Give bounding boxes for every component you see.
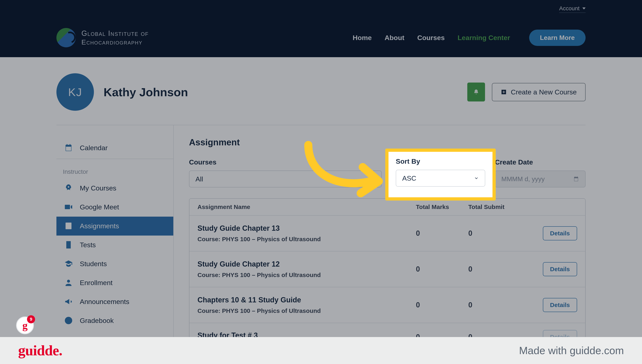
createdate-input[interactable]: MMMM d, yyyy: [495, 170, 585, 188]
account-label: Account: [559, 5, 579, 12]
sidebar-item-gradebook[interactable]: Gradebook: [57, 311, 173, 330]
navbar: Global Institute of Echocardiography Hom…: [0, 18, 642, 57]
nav-about[interactable]: About: [385, 34, 404, 42]
brand-logo-icon: [57, 28, 76, 47]
details-button[interactable]: Details: [543, 262, 577, 276]
sidebar-item-assignments[interactable]: Assignments: [57, 217, 173, 236]
nav-links: Home About Courses Learning Center Learn…: [353, 30, 585, 46]
sidebar-item-tests[interactable]: Tests: [57, 236, 173, 254]
chevron-down-icon: [582, 8, 585, 10]
guidde-badge[interactable]: g 9: [16, 316, 34, 334]
brand-text: Global Institute of Echocardiography: [81, 29, 149, 46]
account-menu[interactable]: Account: [559, 5, 585, 13]
nav-courses[interactable]: Courses: [417, 34, 445, 42]
nav-home[interactable]: Home: [353, 34, 372, 42]
footer: guidde. Made with guidde.com: [0, 337, 642, 364]
details-button[interactable]: Details: [543, 226, 577, 240]
guidde-logo: guidde.: [18, 342, 62, 359]
page-title: Kathy Johnson: [104, 85, 188, 99]
calendar-icon: [573, 176, 579, 182]
megaphone-icon: [64, 297, 73, 306]
sidebar: Calendar Instructor My Courses Google Me…: [57, 125, 174, 344]
assignments-table: Assignment Name Total Marks Total Submit…: [189, 198, 585, 344]
create-course-label: Create a New Course: [511, 88, 577, 96]
made-with-guidde: Made with guidde.com: [519, 344, 624, 356]
annotation-arrow-icon: [296, 141, 389, 201]
createdate-label: Create Date: [495, 158, 585, 166]
sidebar-item-students[interactable]: Students: [57, 254, 173, 274]
gradebook-icon: [64, 316, 73, 325]
sidebar-item-my-courses[interactable]: My Courses: [57, 179, 173, 198]
person-icon: [64, 278, 73, 287]
sidebar-section-instructor: Instructor: [57, 163, 173, 179]
assignment-icon: [64, 222, 73, 230]
video-icon: [64, 202, 73, 212]
bell-icon: [473, 89, 479, 95]
nav-learning-center[interactable]: Learning Center: [458, 34, 510, 42]
chevron-down-icon: [474, 176, 479, 180]
table-row: Study Guide Chapter 13 Course: PHYS 100 …: [189, 216, 585, 252]
sidebar-item-announcements[interactable]: Announcements: [57, 292, 173, 311]
learn-more-button[interactable]: Learn More: [529, 30, 585, 46]
avatar[interactable]: KJ: [57, 73, 94, 111]
profile-header: KJ Kathy Johnson Create a New Course: [57, 73, 585, 111]
sidebar-item-enrollment[interactable]: Enrollment: [57, 274, 173, 292]
utility-bar: Account: [0, 0, 642, 18]
plus-icon: [501, 89, 507, 95]
rocket-icon: [64, 184, 73, 192]
graduation-icon: [64, 259, 73, 268]
test-icon: [64, 240, 73, 249]
calendar-icon: [64, 143, 73, 152]
sidebar-item-calendar[interactable]: Calendar: [57, 137, 173, 159]
table-row: Chapters 10 & 11 Study Guide Course: PHY…: [189, 287, 585, 323]
sidebar-item-google-meet[interactable]: Google Meet: [57, 198, 173, 217]
table-row: Study Guide Chapter 12 Course: PHYS 100 …: [189, 252, 585, 287]
create-course-button[interactable]: Create a New Course: [492, 83, 585, 101]
highlight-box: Sort By ASC: [385, 148, 496, 200]
guidde-count: 9: [27, 315, 35, 323]
notifications-button[interactable]: [467, 82, 485, 102]
sortby-dropdown-highlight[interactable]: ASC: [396, 170, 485, 187]
brand[interactable]: Global Institute of Echocardiography: [57, 28, 149, 47]
sortby-label-highlight: Sort By: [396, 158, 492, 165]
details-button[interactable]: Details: [543, 298, 577, 312]
